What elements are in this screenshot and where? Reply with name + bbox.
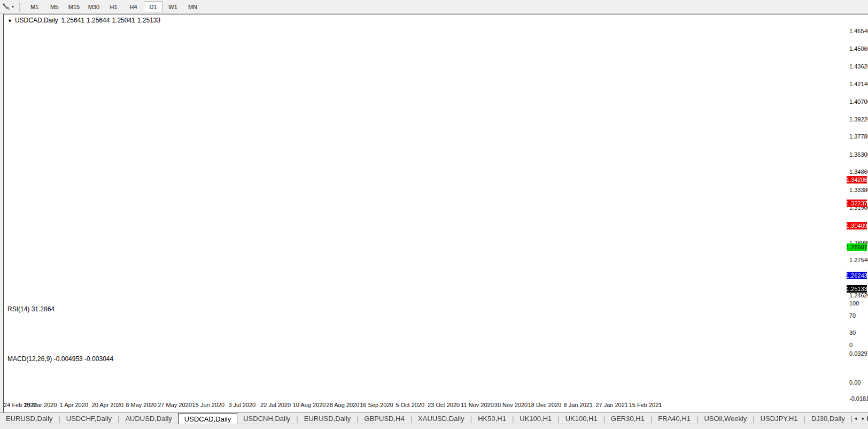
tab-scroll-right-icon[interactable]: ▸ bbox=[859, 414, 867, 423]
price-level-label: 1.28607 bbox=[847, 243, 867, 251]
timeframe-button-d1[interactable]: D1 bbox=[144, 1, 162, 12]
timeframe-button-h4[interactable]: H4 bbox=[124, 1, 143, 12]
price-tick-label: 1.42140 bbox=[849, 81, 868, 87]
chart-tab-dj30-daily[interactable]: DJ30,Daily bbox=[805, 413, 851, 424]
chart-tab-uk100-h1[interactable]: UK100,H1 bbox=[514, 413, 557, 424]
price-level-label: 1.32237 bbox=[847, 200, 867, 207]
date-tick-label: 1 Apr 2020 bbox=[60, 402, 88, 408]
price-tick-label: 1.37780 bbox=[849, 133, 868, 140]
chart-tab-audusd-daily[interactable]: AUDUSD,Daily bbox=[119, 413, 177, 424]
mt4-terminal: { "toolbar": { "tool_icon": "crosshair-c… bbox=[0, 0, 868, 429]
chart-tab-bar: EURUSD,Daily|USDCHF,Daily|AUDUSD,DailyUS… bbox=[0, 412, 868, 424]
price-tick-label: 1.33380 bbox=[849, 187, 868, 193]
status-strip bbox=[0, 424, 868, 429]
price-tick-label: 1.34860 bbox=[849, 168, 868, 175]
tab-scroll-left-icon[interactable]: ◂ bbox=[852, 414, 859, 423]
rsi-indicator-label: RSI(14) 31.2864 bbox=[7, 305, 55, 313]
date-tick-label: 23 Oct 2020 bbox=[428, 402, 460, 408]
crosshair-cursor-icon bbox=[2, 3, 11, 11]
timeframe-toolbar: ▾ M1M5M15M30H1H4D1W1MN bbox=[0, 0, 868, 14]
price-tick-label: 1.24620 bbox=[849, 292, 868, 298]
date-tick-label: 20 Apr 2020 bbox=[92, 402, 123, 408]
macd-indicator-label: MACD(12,26,9) -0.004953 -0.003044 bbox=[7, 355, 113, 363]
date-tick-label: 27 Jan 2021 bbox=[595, 402, 628, 408]
timeframe-buttons: M1M5M15M30H1H4D1W1MN bbox=[25, 1, 203, 12]
ohlc-open: 1.25641 bbox=[61, 17, 84, 24]
toolbar-grip[interactable] bbox=[19, 3, 20, 11]
timeframe-button-m1[interactable]: M1 bbox=[25, 1, 44, 12]
chart-tab-eurusd-daily[interactable]: EURUSD,Daily bbox=[0, 413, 58, 424]
price-tick-label: 1.43620 bbox=[849, 63, 868, 70]
crosshair-tool-button[interactable] bbox=[2, 3, 11, 11]
ohlc-close: 1.25133 bbox=[137, 17, 160, 24]
price-level-label: 1.30409 bbox=[847, 222, 867, 229]
date-tick-label: 16 Sep 2020 bbox=[360, 402, 393, 408]
chart-tab-usoil-weekly[interactable]: USOil,Weekly bbox=[698, 413, 753, 424]
chart-tab-xauusd-daily[interactable]: XAUUSD,Daily bbox=[412, 413, 470, 424]
rsi-value: 31.2864 bbox=[32, 305, 55, 313]
date-tick-label: 3 Jul 2020 bbox=[228, 402, 255, 408]
price-tick-label: 1.27540 bbox=[849, 257, 868, 263]
rsi-tick-label: 100 bbox=[849, 300, 859, 307]
macd-values: -0.004953 -0.003044 bbox=[54, 355, 113, 363]
timeframe-button-h1[interactable]: H1 bbox=[104, 1, 123, 12]
date-tick-label: 28 Aug 2020 bbox=[327, 402, 360, 408]
date-tick-label: 8 Jan 2021 bbox=[564, 402, 593, 408]
price-level-label: 1.34206 bbox=[847, 176, 867, 183]
timeframe-button-w1[interactable]: W1 bbox=[164, 1, 182, 12]
price-level-label: 1.25133 bbox=[847, 285, 867, 293]
chart-tab-fra40-h1[interactable]: FRA40,H1 bbox=[652, 413, 696, 424]
date-tick-label: 22 Jul 2020 bbox=[260, 402, 291, 408]
chart-tab-usdjpy-h1[interactable]: USDJPY,H1 bbox=[755, 413, 804, 424]
chart-tab-usdcad-daily[interactable]: USDCAD,Daily bbox=[178, 413, 237, 424]
ohlc-high: 1.25644 bbox=[87, 17, 110, 24]
date-tick-label: 13 Mar 2020 bbox=[24, 402, 57, 408]
date-tick-label: 10 Aug 2020 bbox=[293, 402, 326, 408]
chart-tab-usdcnh-daily[interactable]: USDCNH,Daily bbox=[237, 413, 296, 424]
chart-window bbox=[3, 14, 868, 413]
date-tick-label: 18 Dec 2020 bbox=[528, 402, 561, 408]
price-tick-label: 1.39220 bbox=[849, 116, 868, 122]
date-tick-label: 27 May 2020 bbox=[158, 402, 192, 408]
rsi-tick-label: 70 bbox=[849, 312, 856, 319]
macd-tick-label: 0.00 bbox=[849, 379, 861, 386]
timeframe-button-m30[interactable]: M30 bbox=[84, 1, 103, 12]
tab-scrollers: ◂ ▸ bbox=[852, 413, 867, 423]
date-tick-label: 8 May 2020 bbox=[126, 402, 156, 408]
chart-symbol-header: ▼USDCAD,Daily1.256411.256441.250411.2513… bbox=[7, 17, 162, 24]
chart-tab-gbpusd-h4[interactable]: GBPUSD,H4 bbox=[359, 413, 410, 424]
tool-dropdown-arrow[interactable]: ▾ bbox=[12, 4, 14, 9]
timeframe-button-m5[interactable]: M5 bbox=[45, 1, 64, 12]
price-tick-label: 1.36300 bbox=[849, 151, 868, 158]
date-tick-label: 5 Oct 2020 bbox=[396, 402, 424, 408]
chart-tab-hk50-h1[interactable]: HK50,H1 bbox=[472, 413, 512, 424]
date-tick-label: 30 Nov 2020 bbox=[494, 402, 528, 408]
date-tick-label: 15 Jun 2020 bbox=[192, 402, 225, 408]
rsi-tick-label: 0 bbox=[849, 342, 852, 348]
price-tick-label: 1.46540 bbox=[849, 28, 868, 34]
macd-tick-label: -0.018154 bbox=[849, 395, 868, 402]
chart-tab-ger30-h1[interactable]: GER30,H1 bbox=[605, 413, 650, 424]
ohlc-low: 1.25041 bbox=[112, 17, 135, 24]
chart-tab-uk100-h1[interactable]: UK100,H1 bbox=[560, 413, 603, 424]
timeframe-button-mn[interactable]: MN bbox=[183, 1, 202, 12]
macd-tick-label: 0.032972 bbox=[849, 350, 868, 357]
date-tick-label: 11 Nov 2020 bbox=[461, 402, 494, 408]
timeframe-button-m15[interactable]: M15 bbox=[65, 1, 83, 12]
rsi-tick-label: 30 bbox=[849, 330, 856, 336]
price-level-label: 1.26243 bbox=[847, 272, 867, 279]
symbol-name: USDCAD,Daily bbox=[15, 17, 58, 24]
chart-tab-eurusd-daily[interactable]: EURUSD,Daily bbox=[298, 413, 356, 424]
toolbar-separator bbox=[206, 2, 206, 12]
price-tick-label: 1.45060 bbox=[849, 45, 868, 52]
collapse-triangle-icon[interactable]: ▼ bbox=[7, 18, 12, 24]
date-tick-label: 15 Feb 2021 bbox=[629, 402, 662, 408]
price-tick-label: 1.40700 bbox=[849, 98, 868, 105]
chart-tab-usdchf-daily[interactable]: USDCHF,Daily bbox=[60, 413, 118, 424]
